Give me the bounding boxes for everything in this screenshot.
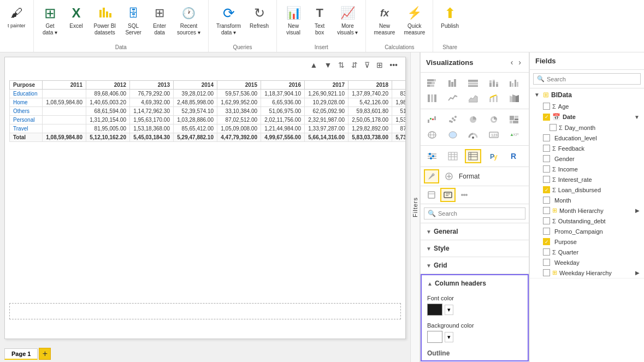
viz-ribbon[interactable] xyxy=(506,91,522,105)
publish-btn[interactable]: ⬆ Publish xyxy=(438,2,462,32)
viz-filled-map[interactable] xyxy=(445,128,461,142)
viz-map[interactable] xyxy=(424,128,440,142)
viz-line-column[interactable] xyxy=(486,91,502,105)
sort-az-btn[interactable]: ⇅ xyxy=(336,60,347,70)
field-quarter[interactable]: Σ Quarter xyxy=(530,247,644,257)
col-2016[interactable]: 2016 xyxy=(261,81,305,90)
viz-line[interactable] xyxy=(445,91,461,105)
field-month[interactable]: Month xyxy=(530,195,644,205)
col-purpose[interactable]: Purpose xyxy=(10,81,43,90)
column-headers-header[interactable]: ▲ Column headers xyxy=(422,275,528,292)
powerbi-datasets-btn[interactable]: Power BIdatasets xyxy=(91,2,120,38)
viz-matrix[interactable] xyxy=(465,149,481,163)
field-quarter-checkbox[interactable] xyxy=(543,248,550,256)
viz-clustered-column[interactable] xyxy=(506,76,522,90)
viz-kpi[interactable]: ▲KPI xyxy=(506,128,522,142)
viz-r[interactable]: R xyxy=(506,149,522,163)
field-date[interactable]: ✓ 📅 Date ▼ xyxy=(530,111,644,122)
refresh-btn[interactable]: ↻ Refresh xyxy=(246,2,272,32)
excel-btn[interactable]: X Excel xyxy=(64,2,88,32)
field-interest-rate[interactable]: Σ Interest_rate xyxy=(530,174,644,185)
col-2017[interactable]: 2017 xyxy=(305,81,348,90)
viz-100-stacked-bar[interactable] xyxy=(465,76,481,90)
viz-nav-next[interactable]: › xyxy=(516,57,523,68)
field-age-checkbox[interactable] xyxy=(543,103,550,110)
field-weekday-hierarchy-checkbox[interactable] xyxy=(543,269,550,276)
sort-za-btn[interactable]: ⇵ xyxy=(349,60,360,70)
move-up-btn[interactable]: ▲ xyxy=(308,60,320,70)
viz-slicer[interactable] xyxy=(424,149,440,163)
viz-card[interactable]: 123 xyxy=(486,128,502,142)
fields-group-bidata-header[interactable]: ▼ ⊞ BIData xyxy=(530,88,644,101)
viz-table[interactable] xyxy=(445,149,461,163)
get-data-btn[interactable]: ⊞ Getdata ▾ xyxy=(38,2,62,38)
move-down-btn[interactable]: ▼ xyxy=(322,60,334,70)
field-day-month[interactable]: Σ Day_month xyxy=(530,122,644,133)
col-2014[interactable]: 2014 xyxy=(174,81,217,90)
field-month-hierarchy[interactable]: ⊞ Month Hierarchy ▶ xyxy=(530,205,644,216)
field-outstanding-debt[interactable]: Σ Outstanding_debt xyxy=(530,216,644,226)
field-loan-disbursed[interactable]: ✓ Σ Loan_disbursed xyxy=(530,185,644,195)
general-section-header[interactable]: ▼ General xyxy=(421,223,529,240)
col-2011[interactable]: 2011 xyxy=(43,81,86,90)
field-education-level-checkbox[interactable] xyxy=(543,134,550,141)
field-promo-campaign-checkbox[interactable] xyxy=(543,228,550,235)
background-color-dropdown[interactable]: ▾ xyxy=(445,332,453,342)
viz-nav-prev[interactable]: ‹ xyxy=(509,57,516,68)
font-color-swatch[interactable] xyxy=(427,304,442,316)
sql-server-btn[interactable]: 🗄 SQLServer xyxy=(121,2,145,38)
page-tab-1[interactable]: Page 1 xyxy=(4,348,38,360)
expand-btn[interactable]: ⊞ xyxy=(374,60,385,70)
transform-data-btn[interactable]: ⟳ Transformdata ▾ xyxy=(213,2,244,38)
text-box-btn[interactable]: T Textbox xyxy=(308,2,332,38)
quick-measure-btn[interactable]: ⚡ Quickmeasure xyxy=(400,2,428,38)
field-feedback[interactable]: Σ Feedback xyxy=(530,143,644,153)
field-gender[interactable]: Gender xyxy=(530,153,644,164)
filters-panel[interactable]: Filters xyxy=(410,52,420,362)
filter-btn[interactable]: ⊽ xyxy=(362,60,372,70)
field-income[interactable]: Σ Income xyxy=(530,164,644,174)
enter-data-btn[interactable]: ⊞ Enterdata xyxy=(147,2,172,38)
field-weekday-hierarchy[interactable]: ⊞ Weekday Hierarchy ▶ xyxy=(530,268,644,278)
field-age[interactable]: Σ Age xyxy=(530,101,644,111)
field-day-month-checkbox[interactable] xyxy=(550,124,557,131)
format-paintbrush-btn[interactable] xyxy=(424,169,439,183)
field-purpose[interactable]: ✓ Purpose xyxy=(530,236,644,247)
format-extra-btn[interactable] xyxy=(457,188,472,202)
field-month-checkbox[interactable] xyxy=(543,197,550,204)
viz-stacked-bar[interactable] xyxy=(424,76,440,90)
col-2015[interactable]: 2015 xyxy=(217,81,261,90)
new-measure-btn[interactable]: fx Newmeasure xyxy=(370,2,398,38)
viz-scatter[interactable] xyxy=(445,112,461,127)
field-gender-checkbox[interactable] xyxy=(543,155,550,162)
field-feedback-checkbox[interactable] xyxy=(543,145,550,152)
col-2013[interactable]: 2013 xyxy=(130,81,174,90)
field-month-hierarchy-checkbox[interactable] xyxy=(543,207,550,214)
format-painter-btn[interactable]: 🖌 t painter xyxy=(4,2,29,31)
fields-search-input[interactable] xyxy=(547,76,637,82)
col-2018[interactable]: 2018 xyxy=(348,81,392,90)
col-2012[interactable]: 2012 xyxy=(86,81,130,90)
viz-area[interactable] xyxy=(465,91,481,105)
field-loan-disbursed-checkbox[interactable]: ✓ xyxy=(543,186,550,193)
viz-search-input[interactable] xyxy=(438,210,522,217)
field-outstanding-debt-checkbox[interactable] xyxy=(543,217,550,224)
field-interest-rate-checkbox[interactable] xyxy=(543,176,550,183)
field-income-checkbox[interactable] xyxy=(543,165,550,173)
viz-treemap[interactable] xyxy=(506,112,522,127)
more-options-btn[interactable]: ••• xyxy=(387,60,400,70)
field-weekday-checkbox[interactable] xyxy=(543,259,550,266)
viz-stacked-column[interactable] xyxy=(486,76,502,90)
add-page-btn[interactable]: + xyxy=(39,348,51,360)
background-color-swatch[interactable] xyxy=(427,331,442,343)
col-2019[interactable]: 2019 xyxy=(392,81,406,90)
viz-clustered-bar[interactable] xyxy=(445,76,461,90)
field-education-level[interactable]: Education_level xyxy=(530,133,644,143)
more-visuals-btn[interactable]: 📈 Morevisuals ▾ xyxy=(334,2,361,38)
recent-sources-btn[interactable]: 🕐 Recentsources ▾ xyxy=(174,2,204,38)
viz-100-column[interactable] xyxy=(424,91,440,105)
viz-donut[interactable] xyxy=(486,112,502,127)
field-purpose-checkbox[interactable]: ✓ xyxy=(543,238,550,245)
font-color-dropdown[interactable]: ▾ xyxy=(445,305,453,315)
viz-python[interactable]: Py xyxy=(486,149,502,163)
